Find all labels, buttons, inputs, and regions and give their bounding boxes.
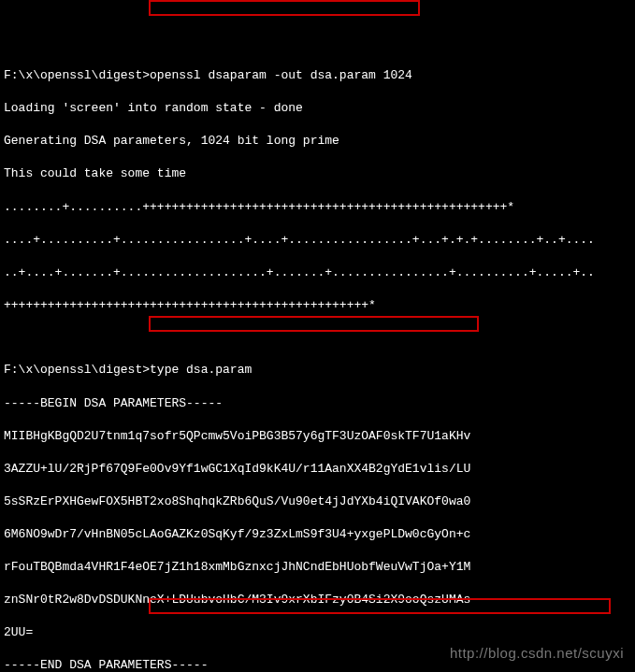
output-line: ........+..........+++++++++++++++++++++… (4, 199, 631, 216)
output-line: Generating DSA parameters, 1024 bit long… (4, 133, 631, 150)
highlight-box-1 (149, 0, 420, 16)
param-data: 5sSRzErPXHGewFOX5HBT2xo8ShqhqkZRb6QuS/Vu… (4, 493, 631, 510)
param-data: MIIBHgKBgQD2U7tnm1q7sofr5QPcmw5VoiPBG3B5… (4, 428, 631, 445)
prompt: F:\x\openssl\digest> (4, 363, 150, 377)
output-line: ..+....+.......+....................+...… (4, 265, 631, 281)
blank-line (4, 330, 631, 346)
watermark: http://blog.csdn.net/scuyxi (450, 644, 624, 663)
prompt: F:\x\openssl\digest> (4, 68, 150, 82)
output-line: ....+..........+.................+....+.… (4, 232, 631, 249)
terminal-line: F:\x\openssl\digest>type dsa.param (4, 362, 631, 379)
output-line: This could take some time (4, 165, 631, 182)
output-line: Loading 'screen' into random state - don… (4, 100, 631, 117)
param-begin: -----BEGIN DSA PARAMETERS----- (4, 395, 631, 412)
terminal-line: F:\x\openssl\digest>openssl dsaparam -ou… (4, 67, 631, 84)
param-data: 6M6NO9wDr7/vHnBN05cLAoGAZKz0SqKyf/9z3ZxL… (4, 526, 631, 543)
param-data: 3AZZU+lU/2RjPf67Q9Fe0Ov9Yf1wGC1XqId9kK4U… (4, 461, 631, 478)
output-line: ++++++++++++++++++++++++++++++++++++++++… (4, 297, 631, 314)
command-2: type dsa.param (150, 363, 252, 377)
command-1: openssl dsaparam -out dsa.param 1024 (150, 68, 412, 82)
param-data: rFouTBQBmda4VHR1F4eOE7jZ1h18xmMbGznxcjJh… (4, 559, 631, 576)
param-data: 2UU= (4, 624, 631, 641)
param-data: znSNr0tR2w8DvDSDUKNneX+LDUubvoHbC/M3Iv9x… (4, 592, 631, 608)
